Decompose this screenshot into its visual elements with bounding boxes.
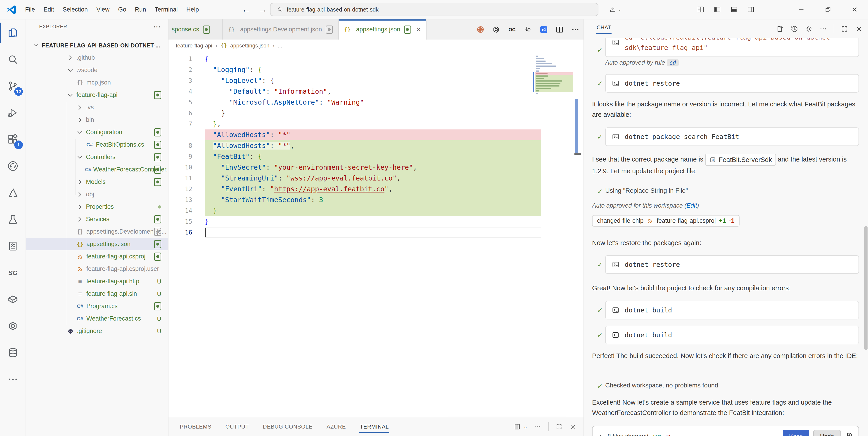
menu-run[interactable]: Run xyxy=(130,6,150,13)
close-button[interactable] xyxy=(841,0,868,19)
terminal-command-card[interactable]: dotnet build xyxy=(605,326,859,344)
more-icon[interactable] xyxy=(571,25,580,34)
activity-extensions[interactable]: 1 xyxy=(0,126,26,153)
claude-icon[interactable] xyxy=(476,25,485,34)
tree-item-properties[interactable]: Properties xyxy=(26,201,168,213)
tab-sponse.cs[interactable]: sponse.cs xyxy=(168,20,223,39)
tab-appsettings.Development.json[interactable]: {}appsettings.Development.json xyxy=(223,20,339,39)
attach-target-icon[interactable]: ⌄ xyxy=(609,5,618,14)
files-changed-summary[interactable]: 8 files changed xyxy=(608,433,649,436)
compare-icon[interactable] xyxy=(523,25,532,34)
activity-todo[interactable] xyxy=(0,233,26,259)
menu-terminal[interactable]: Terminal xyxy=(150,6,182,13)
chevron-down-icon[interactable]: ⌄ xyxy=(524,424,527,430)
terminal-command-card[interactable]: dotnet restore xyxy=(605,74,859,93)
file-diff-icon[interactable] xyxy=(845,432,854,436)
more-icon[interactable] xyxy=(534,423,541,430)
edit-link[interactable]: Edit xyxy=(686,202,697,209)
workspace-root-folder[interactable]: FEATURE-FLAG-API-BASED-ON-DOTNET-... xyxy=(26,39,168,52)
tree-item-feature-flag-api[interactable]: feature-flag-api xyxy=(26,89,168,101)
activity-testing[interactable] xyxy=(0,206,26,233)
panel-tab-debug-console[interactable]: DEBUG CONSOLE xyxy=(262,419,313,434)
breadcrumb[interactable]: feature-flag-api›{}appsettings.json›... xyxy=(168,39,584,52)
panel-tab-problems[interactable]: PROBLEMS xyxy=(179,419,212,434)
activity-azure[interactable] xyxy=(0,179,26,206)
expand-icon[interactable] xyxy=(555,423,563,430)
tree-item-appsettings.json[interactable]: {}appsettings.json xyxy=(26,238,168,250)
close-icon[interactable] xyxy=(569,423,577,430)
tree-item-.vs[interactable]: .vs xyxy=(26,101,168,114)
activity-run-debug[interactable] xyxy=(0,99,26,126)
minimize-button[interactable] xyxy=(788,0,815,19)
tree-item-models[interactable]: Models xyxy=(26,176,168,188)
nav-back-button[interactable]: ← xyxy=(242,0,251,19)
chat-tab[interactable]: CHAT xyxy=(597,24,611,31)
terminal-command-card[interactable]: cd "c:\code\featbit\feature-flag-api-bas… xyxy=(605,38,859,57)
activity-explorer[interactable] xyxy=(0,20,26,46)
minimap[interactable] xyxy=(535,55,573,97)
activity-github[interactable] xyxy=(0,153,26,179)
breadcrumb-item[interactable]: appsettings.json xyxy=(230,42,269,49)
sidebar-right-icon[interactable] xyxy=(747,5,755,13)
layout-grid-icon[interactable] xyxy=(696,5,705,13)
tree-item-feature-flag-api.csproj[interactable]: feature-flag-api.csproj xyxy=(26,250,168,263)
panel-bottom-icon[interactable] xyxy=(730,5,738,13)
chat-scrollbar[interactable] xyxy=(864,226,868,350)
openai-icon[interactable] xyxy=(492,25,501,34)
command-center-search[interactable]: feature-flag-api-based-on-dotnet-sdk xyxy=(270,3,598,16)
activity-database[interactable] xyxy=(0,339,26,366)
expand-icon[interactable] xyxy=(840,25,848,33)
terminal-command-card[interactable]: dotnet build xyxy=(605,301,859,320)
panel-tab-azure[interactable]: AZURE xyxy=(326,419,346,434)
tree-item-.vscode[interactable]: .vscode xyxy=(26,64,168,76)
split-editor-icon[interactable] xyxy=(555,25,564,34)
sidebar-left-icon[interactable] xyxy=(713,5,721,13)
explorer-more-actions[interactable]: ⋯ xyxy=(153,22,161,31)
tree-item-services[interactable]: Services xyxy=(26,213,168,226)
tree-item-appsettings.development.js...[interactable]: {}appsettings.Development.js... xyxy=(26,226,168,238)
menu-file[interactable]: File xyxy=(21,6,39,13)
package-chip[interactable]: @FeatBit.ServerSdk xyxy=(705,154,776,166)
tree-item-.github[interactable]: .github xyxy=(26,52,168,64)
nav-forward-button[interactable]: → xyxy=(258,0,267,19)
tree-item-.gitignore[interactable]: .gitignoreU xyxy=(26,325,168,337)
breadcrumb-item[interactable]: feature-flag-api xyxy=(176,42,212,49)
panel-select-icon[interactable] xyxy=(514,423,521,430)
activity-more[interactable] xyxy=(0,366,26,393)
undo-all-button[interactable]: Undo xyxy=(813,430,841,436)
menu-help[interactable]: Help xyxy=(182,6,203,13)
copilot-icon[interactable] xyxy=(539,25,548,34)
activity-openai[interactable] xyxy=(0,313,26,339)
tree-item-controllers[interactable]: Controllers xyxy=(26,151,168,163)
tree-item-obj[interactable]: obj xyxy=(26,188,168,201)
menu-selection[interactable]: Selection xyxy=(58,6,92,13)
activity-search[interactable] xyxy=(0,46,26,73)
keep-all-button[interactable]: Keep xyxy=(783,430,809,436)
terminal-command-card[interactable]: dotnet package search FeatBit xyxy=(605,127,859,146)
oc-icon[interactable]: OC xyxy=(507,25,517,34)
menu-view[interactable]: View xyxy=(92,6,114,13)
chevron-right-icon[interactable] xyxy=(597,433,603,436)
tree-item-weatherforecast.cs[interactable]: C#WeatherForecast.csU xyxy=(26,312,168,325)
tree-item-featbitoptions.cs[interactable]: C#FeatBitOptions.cs xyxy=(26,138,168,151)
new-chat-icon[interactable] xyxy=(776,25,784,33)
tree-item-weatherforecastcontroller...[interactable]: C#WeatherForecastController... xyxy=(26,163,168,176)
more-icon[interactable] xyxy=(819,25,827,33)
tree-item-feature-flag-api.sln[interactable]: ≡feature-flag-api.slnU xyxy=(26,288,168,300)
menu-go[interactable]: Go xyxy=(114,6,130,13)
tree-item-program.cs[interactable]: C#Program.cs xyxy=(26,300,168,312)
tree-item-mcp.json[interactable]: {}mcp.json xyxy=(26,76,168,89)
tree-item-feature-flag-api.csproj.user[interactable]: feature-flag-api.csproj.user xyxy=(26,263,168,275)
tree-item-bin[interactable]: bin xyxy=(26,114,168,126)
activity-sg[interactable]: SG xyxy=(0,259,26,286)
restore-button[interactable] xyxy=(815,0,841,19)
breadcrumb-item[interactable]: ... xyxy=(278,42,282,49)
activity-source-control[interactable]: 12 xyxy=(0,73,26,99)
tab-appsettings.json[interactable]: {}appsettings.json✕ xyxy=(339,20,427,39)
panel-tab-terminal[interactable]: TERMINAL xyxy=(360,419,389,434)
gear-icon[interactable] xyxy=(805,25,813,33)
terminal-command-card[interactable]: dotnet restore xyxy=(605,255,859,274)
menu-edit[interactable]: Edit xyxy=(39,6,59,13)
tree-item-configuration[interactable]: Configuration xyxy=(26,126,168,138)
close-icon[interactable]: ✕ xyxy=(416,26,421,33)
